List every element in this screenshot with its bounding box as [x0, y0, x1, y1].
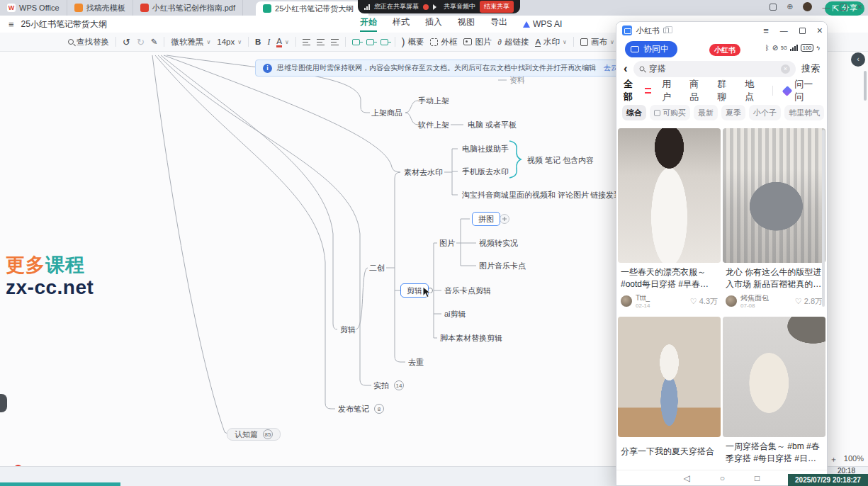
format-painter-icon[interactable]: ✎ — [151, 37, 158, 47]
menu-wps-ai[interactable]: WPS AI — [523, 16, 562, 32]
mindmap-node[interactable]: 实拍14 — [373, 380, 404, 391]
feed-card[interactable]: 一些春天的漂亮衣服～ #ootd每日穿搭 #早春… Tttt_02-14 ♡4.… — [618, 128, 721, 310]
mindmap-node[interactable]: 电脑社媒助手 — [462, 144, 509, 154]
mindmap-node[interactable]: 认知篇85 — [227, 428, 281, 441]
chip-buyable[interactable]: 可购买 — [650, 105, 690, 120]
search-button[interactable]: 搜索 — [801, 62, 820, 75]
collab-status-pill[interactable]: 协同中 — [625, 41, 677, 57]
bold-button[interactable]: B — [255, 38, 261, 46]
watermark-button[interactable]: A水印∨ — [535, 37, 567, 47]
align-right-icon[interactable] — [331, 39, 339, 45]
chip-petite[interactable]: 小个子 — [749, 105, 781, 120]
mindmap-node[interactable]: 音乐卡点剪辑 — [444, 286, 491, 296]
menu-start[interactable]: 开始 — [360, 16, 377, 32]
close-button[interactable]: × — [857, 1, 862, 12]
menu-view[interactable]: 视图 — [458, 16, 475, 32]
chip-summer[interactable]: 夏季 — [721, 105, 745, 120]
tab-goods[interactable]: 商品 — [689, 78, 706, 103]
menu-export[interactable]: 导出 — [490, 16, 507, 32]
stop-sharing-button[interactable]: 结束共享 — [480, 1, 514, 13]
mindmap-node[interactable]: ai剪辑 — [444, 309, 466, 320]
chip-newest[interactable]: 最新 — [694, 105, 718, 120]
mindmap-node[interactable]: 上架商品 — [371, 108, 402, 118]
tab-users[interactable]: 用户 — [662, 78, 679, 103]
vertical-scrollbar[interactable] — [864, 71, 867, 101]
zoom-in-button[interactable]: ＋ — [830, 454, 838, 465]
tab-wps-home[interactable]: WWPS Office — [0, 0, 67, 16]
like-count[interactable]: ♡2.8万 — [795, 296, 823, 307]
tab-mindmap-active[interactable]: 25小红书笔记带货大纲× — [256, 1, 368, 16]
tab-pdf-guide[interactable]: 小红书笔记创作指南.pdf — [133, 0, 243, 16]
hamburger-menu-icon[interactable]: ≡ — [9, 19, 14, 30]
search-input[interactable]: 穿搭 × — [633, 61, 796, 77]
mindmap-node[interactable]: 手动上架 — [418, 96, 449, 106]
tab-template[interactable]: 找稿壳模板 — [67, 0, 133, 16]
card-author[interactable]: 烤焦面包 — [740, 294, 769, 303]
undo-button[interactable]: ↺ — [123, 37, 130, 47]
feed-card[interactable]: 龙心 你有这么牛的版型进入市场 新品百褶裙真的… 烤焦面包07-08 ♡2.8万 — [723, 128, 825, 310]
layout-icon[interactable] — [770, 4, 777, 11]
mindmap-node[interactable]: 电脑 或者平板 — [468, 120, 517, 130]
xhs-scrollbar[interactable] — [822, 130, 825, 307]
tab-ask[interactable]: 问一问 — [784, 78, 820, 103]
filter-icon[interactable] — [645, 88, 651, 94]
find-replace-button[interactable]: 查找替换 — [68, 37, 109, 47]
clear-search-icon[interactable]: × — [781, 64, 790, 74]
mindmap-node-clipped[interactable]: 资料 — [509, 75, 525, 86]
window-restore-button[interactable] — [799, 28, 806, 34]
font-family-select[interactable]: 微软雅黑∨ — [171, 37, 210, 47]
mindmap-node[interactable]: 图片音乐卡点 — [479, 261, 526, 271]
feed-card[interactable]: 一周穿搭合集～ #bm #春季穿搭 #每日穿搭 #日… — [723, 317, 825, 467]
card-author[interactable]: Tttt_ — [636, 294, 650, 303]
mindmap-node[interactable]: 二创 — [369, 263, 385, 273]
window-menu-icon[interactable]: ≡ — [763, 26, 769, 36]
nav-recents-icon[interactable]: □ — [755, 473, 760, 483]
mindmap-node[interactable]: 图片 — [439, 238, 455, 249]
tab-all[interactable]: 全部 — [624, 78, 641, 103]
font-size-select[interactable]: 14px∨ — [217, 38, 242, 46]
collapse-panel-button[interactable]: ‹ — [851, 52, 865, 67]
chip-korean[interactable]: 韩里韩气 — [784, 105, 824, 120]
tab-groups[interactable]: 群聊 — [717, 78, 734, 103]
tab-places[interactable]: 地点 — [745, 78, 762, 103]
chip-general[interactable]: 综合 — [622, 105, 646, 120]
xhs-window-titlebar[interactable]: 小红书 ≡ — × — [616, 22, 827, 39]
avatar[interactable] — [726, 295, 737, 307]
xiaohongshu-mirror-window[interactable]: 小红书 ≡ — × 协同中 小红书 ᛒ ⊘ 5G 100 ϟ ‹ 穿搭 × 搜索… — [616, 21, 828, 486]
minimize-button[interactable]: — — [822, 3, 830, 11]
mindmap-node-selected[interactable]: 拼图 — [472, 212, 500, 226]
mindmap-node[interactable]: 脚本素材替换剪辑 — [440, 333, 502, 344]
globe-icon[interactable]: ⊕ — [787, 2, 793, 11]
mindmap-node[interactable]: 发布笔记8 — [338, 404, 384, 414]
font-color-button[interactable]: A∨ — [276, 37, 289, 47]
avatar[interactable] — [803, 2, 812, 11]
frame-button[interactable]: 外框 — [430, 37, 457, 47]
insert-sibling-icon[interactable] — [381, 39, 388, 45]
back-arrow-icon[interactable]: ‹ — [624, 62, 628, 76]
window-close-button[interactable]: × — [817, 25, 823, 36]
redo-button[interactable]: ↻ — [137, 37, 145, 47]
mindmap-node[interactable]: 视频转实况 — [479, 238, 518, 249]
summary-button[interactable]: )概要 — [402, 36, 424, 47]
mindmap-node[interactable]: 手机版去水印 — [462, 166, 509, 177]
left-panel-handle[interactable] — [0, 394, 7, 412]
feed-card[interactable]: 分享一下我的夏天穿搭合 — [618, 317, 721, 459]
mindmap-node[interactable]: 软件上架 — [418, 120, 449, 130]
nav-home-icon[interactable]: ○ — [720, 473, 725, 483]
insert-subtopic-icon[interactable] — [366, 39, 374, 45]
hyperlink-button[interactable]: ∂超链接 — [497, 37, 529, 47]
insert-topic-icon[interactable] — [352, 39, 360, 45]
italic-button[interactable]: I — [267, 38, 270, 46]
canvas-button[interactable]: 画布∨ — [580, 37, 614, 47]
mindmap-node[interactable]: 淘宝抖音商城里面的视频和 评论图片 — [462, 190, 589, 200]
image-button[interactable]: 图片 — [463, 37, 491, 47]
mindmap-node[interactable]: 剪辑 — [340, 324, 356, 335]
zoom-controls[interactable]: ＋ 100% — [830, 454, 864, 465]
avatar[interactable] — [621, 295, 632, 307]
window-minimize-button[interactable]: — — [780, 26, 788, 35]
align-center-icon[interactable] — [317, 39, 325, 45]
align-left-icon[interactable] — [303, 39, 310, 45]
like-count[interactable]: ♡4.3万 — [690, 296, 718, 307]
restore-button[interactable] — [840, 4, 847, 11]
mindmap-node[interactable]: 素材去水印 — [404, 167, 443, 178]
